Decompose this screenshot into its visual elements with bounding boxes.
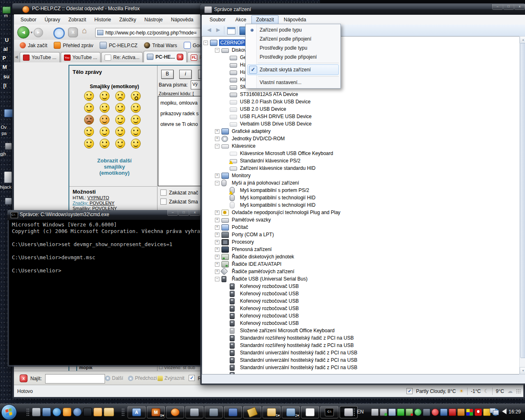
smiley-neutral[interactable] <box>115 139 125 148</box>
smiley-sad[interactable] <box>115 91 125 101</box>
tree-item[interactable]: +Přenosná zařízení <box>202 246 519 253</box>
tree-item-label[interactable]: Myš kompatibilní s portem PS/2 <box>239 187 310 194</box>
bookmark-item[interactable]: Jak začít <box>20 42 47 48</box>
view-menu-item[interactable]: Vlastní nastavení... <box>247 78 340 87</box>
tree-item-label[interactable]: USB 2.0 USB Device <box>239 106 288 112</box>
expander-plus-icon[interactable]: + <box>215 255 219 259</box>
media-player-icon[interactable] <box>63 408 71 416</box>
scroll-up-icon[interactable]: ▲ <box>520 36 525 43</box>
tree-item-label[interactable]: Kořenový rozbočovač USB <box>239 290 300 297</box>
menu-item-soubor[interactable]: Soubor <box>205 15 230 24</box>
close-button[interactable]: x <box>189 210 200 216</box>
tab[interactable]: YouYouTube ... <box>61 52 101 62</box>
smiley-idea[interactable] <box>100 139 110 148</box>
menu-item-zobrazit[interactable]: Zobrazit <box>64 16 90 24</box>
tree-item-label[interactable]: USB 2.0 Flash Disk USB Device <box>239 98 312 105</box>
expander-plus-icon[interactable]: + <box>215 240 219 244</box>
smiley-wave[interactable] <box>131 139 141 148</box>
tree-item[interactable]: Kořenový rozbočovač USB <box>202 320 519 327</box>
tree-item[interactable]: Zařízení klávesnice standardu HID <box>202 164 519 172</box>
tree-item-label[interactable]: Porty (COM a LPT) <box>231 231 275 238</box>
tree-item[interactable]: Kořenový rozbočovač USB <box>202 290 519 297</box>
printer-icon[interactable] <box>371 409 379 416</box>
menu-item-úpravy[interactable]: Úpravy <box>41 16 64 24</box>
colors-icon[interactable] <box>466 409 473 416</box>
bookmark-item[interactable]: Přehled zpráv <box>54 42 93 49</box>
tree-item[interactable]: Myš kompatibilní s technologií HID <box>202 201 519 209</box>
tree-item-label[interactable]: Paměťové svazky <box>231 217 272 223</box>
find-input[interactable] <box>45 374 105 383</box>
tree-item-label[interactable]: Monitory <box>231 172 252 179</box>
bookmark-item[interactable]: Tribal Wars <box>144 42 177 48</box>
thunderbird-icon[interactable] <box>73 408 82 416</box>
tree-item-label[interactable]: Standardní univerzální hostitelský řadič… <box>239 349 358 356</box>
tree-item[interactable]: +Jednotky DVD/CD-ROM <box>202 135 519 142</box>
tree-item[interactable]: Verbatim USB Drive USB Device <box>202 120 519 128</box>
speaker-x-icon[interactable] <box>457 409 465 416</box>
cmd-output[interactable]: Microsoft Windows [Verze 6.0.6000]Copyri… <box>9 220 202 365</box>
folder-icon[interactable] <box>104 408 114 416</box>
checkbox-icon[interactable] <box>160 199 167 205</box>
tree-item[interactable]: Myš kompatibilní s portem PS/2 <box>202 187 519 194</box>
smiley-eek[interactable] <box>84 103 94 113</box>
tree-item-label[interactable]: Kořenový rozbočovač USB <box>239 283 300 290</box>
show-desktop-icon[interactable] <box>32 408 41 416</box>
folder-group-task-button[interactable]: 5▾ <box>262 406 281 418</box>
tree-item[interactable]: Kořenový rozbočovač USB <box>202 305 519 312</box>
tree-item-label[interactable]: Myš kompatibilní s technologií HID <box>239 202 317 208</box>
tab-scroll-left-icon[interactable]: ◀ <box>15 55 18 59</box>
view-menu-item[interactable]: Zařízení podle typu <box>247 25 340 34</box>
disable-bbcode-checkbox[interactable]: Zakázat znač <box>160 189 198 196</box>
weather-high[interactable]: 9°C <box>496 388 504 394</box>
home-button[interactable]: ⌂ <box>82 26 87 35</box>
toolbar-grip[interactable] <box>352 408 355 416</box>
view-menu-item[interactable]: Prostředky podle typu <box>247 43 340 52</box>
match-case-checkbox[interactable]: ✓ <box>189 375 195 381</box>
tree-item-label[interactable]: Standardní rozšířený hostitelský řadič z… <box>239 342 355 349</box>
more-smilies-link[interactable]: Zobrazit dalšísmajlíky(emotikony) <box>78 158 151 176</box>
volume-icon[interactable] <box>502 409 507 414</box>
tree-item-label[interactable]: Kořenový rozbočovač USB <box>239 305 300 312</box>
smiley-razz[interactable] <box>115 115 125 125</box>
tree-item-label[interactable]: Kořenový rozbočovač USB <box>239 298 300 304</box>
tree-item[interactable]: Kořenový rozbočovač USB <box>202 297 519 305</box>
expander-plus-icon[interactable]: + <box>215 262 219 267</box>
tree-item[interactable]: ST3160812AS ATA Device <box>202 91 519 98</box>
expander-minus-icon[interactable]: − <box>215 277 219 281</box>
tab[interactable]: YouTube ... <box>20 52 60 62</box>
find-next-button[interactable]: ▼ Další <box>105 375 123 381</box>
network-icon[interactable] <box>490 408 500 415</box>
tree-item[interactable]: Standardní univerzální hostitelský řadič… <box>202 364 519 371</box>
tree-item[interactable]: −Klávesnice <box>202 142 519 150</box>
menu-item-akce[interactable]: Akce <box>231 15 251 24</box>
smiley-redface[interactable] <box>100 103 110 113</box>
menu-item-záložky[interactable]: Záložky <box>115 16 140 24</box>
tree-item-label[interactable]: Klávesnice <box>231 143 257 149</box>
scrollbar-thumb[interactable] <box>520 43 525 358</box>
desktop-app-icon[interactable] <box>5 143 12 150</box>
tree-item[interactable]: +Monitory <box>202 172 519 179</box>
expander-minus-icon[interactable]: − <box>215 181 219 185</box>
tab-active[interactable]: PC-HE...x <box>144 51 187 62</box>
tree-item[interactable] <box>202 371 519 374</box>
tree-item[interactable]: +Grafické adaptéry <box>202 128 519 135</box>
tree-item[interactable]: Složené zařízení Microsoft Office Keyboa… <box>202 327 519 334</box>
expander-plus-icon[interactable]: + <box>215 225 219 230</box>
smiley-shock[interactable] <box>131 91 141 101</box>
smiley-whip[interactable] <box>100 127 110 137</box>
tree-item[interactable]: Standardní rozšířený hostitelský řadič z… <box>202 334 519 342</box>
view-menu-item[interactable]: Prostředky podle připojení <box>247 52 340 62</box>
tree-item[interactable]: USB 2.0 USB Device <box>202 105 519 113</box>
reload-button[interactable] <box>53 27 65 39</box>
usb-ok-icon[interactable] <box>380 409 387 416</box>
display-icon[interactable] <box>42 408 51 416</box>
weather-current[interactable]: Partly Cloudy, 8°C <box>416 388 456 394</box>
option-label[interactable]: Značky: <box>73 201 90 205</box>
tree-item-label[interactable]: Řadiče paměťových zařízení <box>231 268 296 275</box>
tree-item-label[interactable]: Ovladače nepodporující technologii Plug … <box>231 209 342 216</box>
menu-item-nástroje[interactable]: Nástroje <box>140 16 167 24</box>
expander-plus-icon[interactable]: + <box>215 129 219 134</box>
minimize-button[interactable]: – <box>167 210 178 216</box>
expander-plus-icon[interactable]: + <box>215 210 219 215</box>
stop-button[interactable]: x <box>68 27 78 37</box>
